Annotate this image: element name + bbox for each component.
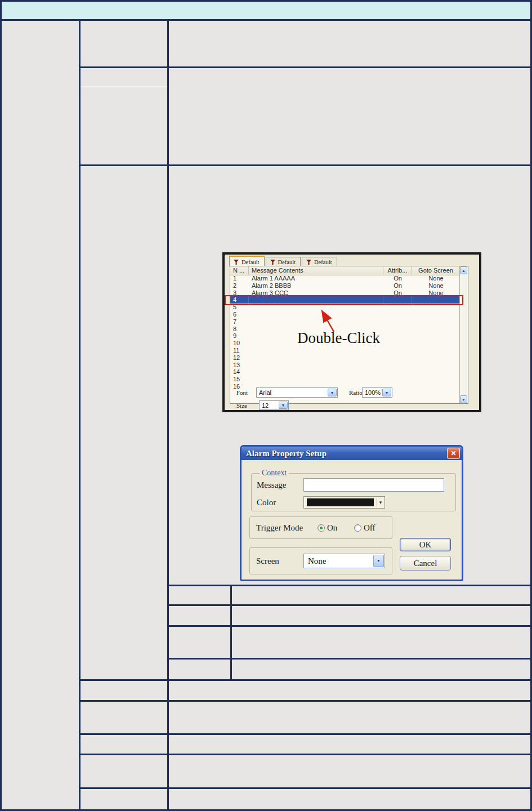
list-row[interactable]: 2Alarm 2 BBBBOnNone [230,282,460,289]
table-cell [169,606,230,625]
list-cell-attrib [383,318,412,326]
dialog-title-bar: Alarm Property Setup ✕ [242,447,462,460]
table-cell [169,586,230,604]
table-cell [81,166,167,679]
screen-label: Screen [256,556,279,566]
size-dropdown[interactable]: 12 ▼ [259,400,289,410]
trigger-mode-label: Trigger Mode [256,523,303,533]
radio-on[interactable] [318,524,325,532]
table-cell [232,586,530,604]
size-dropdown-value: 12 [262,402,269,409]
list-cell-goto [412,318,460,326]
list-row[interactable]: 12 [230,354,460,362]
manual-table: Default Default Default [0,21,532,811]
table-cell [169,755,530,787]
list-cell-attrib [383,354,412,362]
column-header-number[interactable]: N ... [230,266,249,275]
list-cell-goto [412,376,460,383]
list-cell-attrib: On [383,282,412,289]
radio-off[interactable] [354,524,361,532]
tab-label: Default [314,259,332,265]
filter-icon [270,260,275,265]
list-row[interactable]: 11 [230,347,460,354]
close-icon[interactable]: ✕ [447,448,460,459]
alarm-property-dialog: Alarm Property Setup ✕ Context Message C… [240,445,463,581]
list-cell-goto: None [412,275,460,282]
chevron-down-icon: ▼ [382,389,391,396]
list-cell-n: 2 [230,282,249,289]
table-cell [81,702,167,733]
chevron-down-icon: ▼ [378,500,383,505]
cancel-button[interactable]: Cancel [400,556,451,571]
column-header-attrib[interactable]: Attrib... [383,266,412,275]
list-cell-msg [249,376,383,383]
color-dropdown[interactable]: ▼ [303,496,385,509]
dialog-title: Alarm Property Setup [242,449,447,458]
context-group: Context Message Color ▼ [251,473,456,511]
list-header: N ... Message Contents Attrib... Goto Sc… [230,266,468,275]
column-header-message[interactable]: Message Contents [249,266,383,275]
ratio-label: Ratio [349,389,363,396]
message-label: Message [257,480,287,490]
list-cell-attrib [383,368,412,376]
vertical-scrollbar[interactable]: ▲ ▼ [459,266,468,403]
list-cell-goto: None [412,282,460,289]
list-cell-goto [412,354,460,362]
scroll-down-icon[interactable]: ▼ [460,395,467,403]
list-cell-goto [412,326,460,333]
trigger-mode-group: Trigger Mode On Off [249,516,392,539]
tab-label: Default [278,259,296,265]
list-cell-goto [412,340,460,347]
chevron-down-icon: ▼ [373,555,384,567]
ratio-dropdown[interactable]: 100% ▼ [362,387,392,398]
tab-default-2[interactable]: Default [266,257,301,266]
list-cell-attrib [383,376,412,383]
faint-divider [81,86,167,87]
font-dropdown[interactable]: Arial ▼ [256,387,338,398]
tab-label: Default [242,259,260,265]
font-dropdown-value: Arial [259,389,271,396]
tab-default-3[interactable]: Default [302,257,337,266]
message-input[interactable] [303,478,444,492]
list-cell-goto [412,368,460,376]
screen-dropdown[interactable]: None ▼ [303,554,385,568]
chevron-down-icon: ▼ [328,389,337,396]
list-cell-goto [412,362,460,369]
tab-default-1[interactable]: Default [229,256,265,266]
filter-icon [234,260,239,265]
list-cell-msg [249,354,383,362]
table-cell-left-column [2,21,79,809]
list-cell-n: 6 [230,311,249,318]
list-cell-n: 8 [230,326,249,333]
highlight-rectangle [225,295,463,305]
table-cell [81,68,167,164]
table-cell [232,606,530,625]
list-cell-n: 9 [230,332,249,340]
scroll-up-icon[interactable]: ▲ [460,266,467,274]
list-row[interactable]: 14 [230,368,460,376]
table-cell [169,627,230,658]
list-cell-goto [412,383,460,390]
list-cell-msg [249,362,383,369]
table-cell [169,789,530,809]
ok-button[interactable]: OK [400,538,451,551]
list-row[interactable]: 1Alarm 1 AAAAAOnNone [230,275,460,282]
ratio-dropdown-value: 100% [365,389,381,396]
list-cell-n: 10 [230,340,249,347]
list-row[interactable]: 15 [230,376,460,383]
list-cell-n: 14 [230,368,249,376]
list-cell-goto [412,332,460,340]
list-cell-attrib [383,362,412,369]
tab-bar: Default Default Default [229,256,338,266]
table-cell [81,735,167,754]
column-header-goto[interactable]: Goto Screen [412,266,460,275]
radio-off-label: Off [364,523,375,533]
alarm-list-window: Default Default Default [222,252,481,412]
context-group-label: Context [260,469,289,478]
table-cell [169,681,530,700]
list-cell-n: 7 [230,318,249,326]
size-label: Size [236,402,247,409]
list-row[interactable]: 13 [230,362,460,369]
list-cell-attrib [383,326,412,333]
screen-group: Screen None ▼ [249,547,392,574]
